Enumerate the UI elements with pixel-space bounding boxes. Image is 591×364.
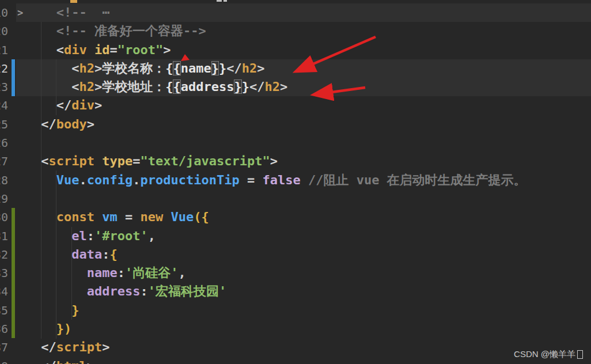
code-line[interactable]: 25 </body> [0,115,591,134]
code-token: , [178,266,185,280]
code-token: '宏福科技园' [148,284,227,298]
code-token: id [94,43,110,57]
line-number[interactable]: 33 [0,264,8,282]
line-number[interactable]: 21 [0,41,8,59]
git-added-indicator [12,208,15,226]
code-token: vm [102,210,118,224]
code-line[interactable]: 38 </html> [0,357,591,364]
line-number[interactable]: 37 [0,338,8,357]
code-line[interactable]: 33 name:'尚硅谷', [0,264,591,282]
code-line[interactable]: 20 <!-- 准备好一个容器--> [0,22,591,40]
line-number[interactable]: 29 [0,189,8,208]
code-token: ({ [194,210,209,224]
clipped-line-fragment [223,0,227,2]
code-token: . [132,173,140,187]
code-token: } [33,303,79,317]
code-text: <div id="root"> [0,41,591,59]
line-number[interactable]: 24 [0,96,8,115]
code-line[interactable]: 31 el:'#root', [0,227,591,245]
code-line[interactable]: 23 <h2>学校地址：{{address}}</h2> [0,78,591,96]
code-token: { [173,61,180,75]
line-number[interactable]: 38 [0,357,8,364]
line-number[interactable]: 28 [0,171,8,189]
code-token: h2 [264,79,280,94]
line-number[interactable]: 35 [0,301,8,320]
code-token [87,43,94,57]
code-editor-screenshot: { "palette": { "background": "#272727", … [0,0,591,364]
code-token: </ [226,61,242,75]
line-number[interactable]: 22 [0,59,8,78]
code-token: </ [249,79,265,94]
code-line[interactable]: 37 </script> [0,338,591,357]
code-line[interactable]: 22 <h2>学校名称：{{name}}</h2> [0,59,591,78]
code-line[interactable]: 27 <script type="text/javascript"> [0,152,591,170]
code-token: </ [33,359,56,364]
code-token: name [181,61,211,75]
git-added-indicator [12,320,15,338]
code-token: //阻止 vue 在启动时生成生产提示。 [301,173,526,187]
line-number[interactable]: 34 [0,282,8,301]
code-token: > [94,98,102,112]
code-text: </html> [0,357,591,364]
editor-code-area[interactable]: 10> <!-- ⋯20 <!-- 准备好一个容器-->21 <div id="… [0,0,591,364]
code-token [33,173,56,187]
code-token: '尚硅谷' [125,266,179,280]
git-added-indicator [12,282,15,301]
line-number[interactable]: 30 [0,208,8,226]
code-token: script [49,154,94,168]
code-token: > [94,79,102,94]
code-text: <h2>学校名称：{{name}}</h2> [0,59,591,78]
line-number[interactable]: 23 [0,78,8,96]
code-token: script [56,340,102,354]
code-text: </script> [0,338,591,357]
git-added-indicator [12,264,15,282]
line-number[interactable]: 36 [0,320,8,338]
code-line[interactable]: 32 data:{ [0,245,591,264]
code-token [94,154,102,168]
code-text: <script type="text/javascript"> [0,152,591,170]
code-token: : [118,266,125,280]
code-token: h2 [79,61,94,75]
code-text: </div> [0,96,591,115]
code-line[interactable]: 34 address:'宏福科技园' [0,282,591,301]
code-line[interactable]: 29 [0,189,591,208]
code-token: > [102,340,109,354]
code-line[interactable]: 26 [0,134,591,152]
code-token: } [219,61,226,75]
code-token: . [79,173,87,187]
code-token: "root" [118,43,163,57]
code-token: = [118,210,141,224]
code-line[interactable]: 30 const vm = new Vue({ [0,208,591,226]
code-line[interactable]: 24 </div> [0,96,591,115]
code-token: < [33,61,79,75]
code-text: <h2>学校地址：{{address}}</h2> [0,78,591,96]
code-line[interactable]: 35 } [0,301,591,320]
code-line[interactable]: 36 }) [0,320,591,338]
code-token: html [56,359,87,364]
code-text: } [0,301,591,320]
fold-chevron-icon[interactable]: > [17,3,23,22]
line-number[interactable]: 32 [0,245,8,264]
code-line[interactable]: 28 Vue.config.productionTip = false //阻止… [0,171,591,189]
code-line[interactable]: 10> <!-- ⋯ [0,3,591,22]
code-text: el:'#root', [0,227,591,245]
code-token: = [132,154,140,168]
line-number[interactable]: 31 [0,227,8,245]
code-token: > [163,43,171,57]
code-token [33,229,71,243]
code-token: Vue [56,173,79,187]
code-text: address:'宏福科技园' [0,282,591,301]
code-token: > [87,359,94,364]
line-number[interactable]: 26 [0,134,8,152]
code-token: body [56,117,87,131]
git-modified-indicator [12,78,15,96]
code-line[interactable]: 21 <div id="root"> [0,41,591,59]
line-number[interactable]: 20 [0,22,8,40]
code-token: </ [33,340,56,354]
line-number[interactable]: 25 [0,115,8,134]
line-number[interactable]: 10 [0,3,8,22]
code-token: < [33,43,64,57]
code-text: <!-- 准备好一个容器--> [0,22,591,40]
line-number[interactable]: 27 [0,152,8,170]
git-added-indicator [12,301,15,320]
